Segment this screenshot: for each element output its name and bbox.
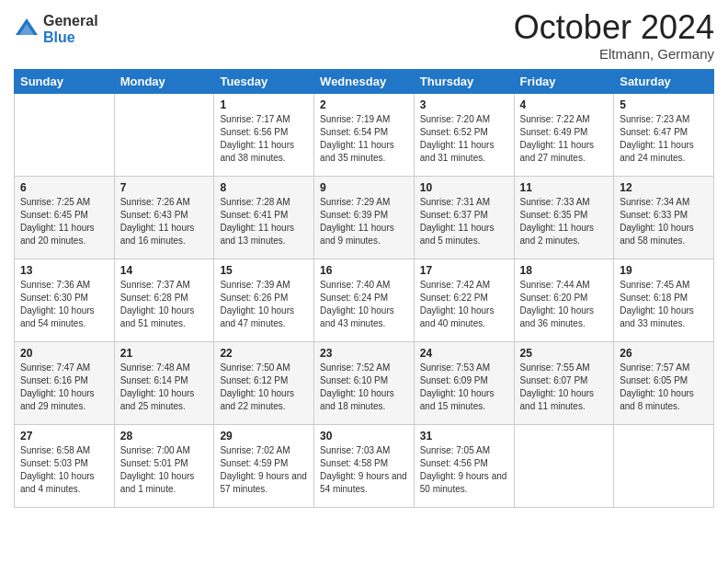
daylight-28: Daylight: 10 hours and 1 minute. — [120, 471, 195, 494]
day-number-28: 28 — [120, 430, 209, 442]
day-info-12: Sunrise: 7:34 AMSunset: 6:33 PMDaylight:… — [620, 196, 708, 247]
sunrise-16: Sunrise: 7:40 AM — [320, 280, 390, 290]
cell-1-2 — [114, 93, 214, 176]
sunset-26: Sunset: 6:05 PM — [620, 375, 688, 385]
day-info-23: Sunrise: 7:52 AMSunset: 6:10 PMDaylight:… — [320, 362, 408, 413]
day-info-18: Sunrise: 7:44 AMSunset: 6:20 PMDaylight:… — [520, 279, 609, 330]
cell-2-2: 7Sunrise: 7:26 AMSunset: 6:43 PMDaylight… — [114, 176, 214, 259]
day-number-19: 19 — [620, 264, 708, 277]
daylight-5: Daylight: 11 hours and 24 minutes. — [620, 140, 694, 163]
day-number-21: 21 — [120, 347, 209, 360]
day-number-7: 7 — [120, 181, 209, 194]
sunset-24: Sunset: 6:09 PM — [420, 375, 488, 385]
day-number-1: 1 — [220, 98, 308, 111]
day-number-27: 27 — [20, 430, 108, 442]
day-info-2: Sunrise: 7:19 AMSunset: 6:54 PMDaylight:… — [320, 113, 408, 165]
month-title: October 2024 — [514, 9, 714, 46]
day-number-3: 3 — [420, 98, 508, 111]
sunrise-7: Sunrise: 7:26 AM — [120, 197, 190, 207]
daylight-17: Daylight: 10 hours and 40 minutes. — [420, 305, 495, 328]
daylight-29: Daylight: 9 hours and 57 minutes. — [220, 471, 307, 494]
sunset-2: Sunset: 6:54 PM — [320, 127, 388, 137]
sunrise-30: Sunrise: 7:03 AM — [320, 445, 390, 455]
daylight-13: Daylight: 10 hours and 54 minutes. — [20, 305, 95, 328]
day-number-14: 14 — [120, 264, 209, 277]
daylight-21: Daylight: 10 hours and 25 minutes. — [120, 388, 195, 411]
day-info-15: Sunrise: 7:39 AMSunset: 6:26 PMDaylight:… — [220, 279, 308, 330]
week-row-2: 6Sunrise: 7:25 AMSunset: 6:45 PMDaylight… — [15, 176, 714, 259]
day-info-19: Sunrise: 7:45 AMSunset: 6:18 PMDaylight:… — [620, 279, 708, 330]
sunrise-26: Sunrise: 7:57 AM — [620, 362, 689, 373]
week-row-3: 13Sunrise: 7:36 AMSunset: 6:30 PMDayligh… — [15, 259, 714, 341]
cell-4-3: 22Sunrise: 7:50 AMSunset: 6:12 PMDayligh… — [214, 341, 314, 424]
day-info-26: Sunrise: 7:57 AMSunset: 6:05 PMDaylight:… — [620, 362, 708, 413]
day-number-22: 22 — [220, 347, 308, 360]
daylight-11: Daylight: 11 hours and 2 minutes. — [520, 223, 595, 246]
sunset-17: Sunset: 6:22 PM — [420, 293, 488, 303]
cell-2-3: 8Sunrise: 7:28 AMSunset: 6:41 PMDaylight… — [214, 176, 314, 259]
day-info-22: Sunrise: 7:50 AMSunset: 6:12 PMDaylight:… — [220, 362, 308, 413]
sunrise-14: Sunrise: 7:37 AM — [120, 280, 190, 290]
sunrise-8: Sunrise: 7:28 AM — [220, 197, 290, 207]
daylight-19: Daylight: 10 hours and 33 minutes. — [620, 305, 694, 328]
cell-2-6: 11Sunrise: 7:33 AMSunset: 6:35 PMDayligh… — [514, 176, 614, 259]
daylight-2: Daylight: 11 hours and 35 minutes. — [320, 140, 394, 163]
cell-4-6: 25Sunrise: 7:55 AMSunset: 6:07 PMDayligh… — [514, 341, 614, 424]
sunrise-3: Sunrise: 7:20 AM — [420, 114, 490, 124]
sunset-12: Sunset: 6:33 PM — [620, 210, 688, 220]
page: General Blue October 2024 Eltmann, Germa… — [0, 0, 728, 563]
daylight-3: Daylight: 11 hours and 31 minutes. — [420, 140, 495, 163]
sunset-22: Sunset: 6:12 PM — [220, 375, 288, 385]
day-number-25: 25 — [520, 347, 609, 360]
daylight-7: Daylight: 11 hours and 16 minutes. — [120, 223, 195, 246]
sunset-20: Sunset: 6:16 PM — [20, 375, 88, 385]
cell-1-1 — [15, 93, 115, 176]
logo: General Blue — [14, 13, 98, 45]
day-info-16: Sunrise: 7:40 AMSunset: 6:24 PMDaylight:… — [320, 279, 408, 330]
sunset-16: Sunset: 6:24 PM — [320, 293, 388, 303]
cell-1-7: 5Sunrise: 7:23 AMSunset: 6:47 PMDaylight… — [614, 93, 714, 176]
day-number-4: 4 — [520, 98, 609, 111]
sunset-5: Sunset: 6:47 PM — [620, 127, 688, 137]
sunrise-11: Sunrise: 7:33 AM — [520, 197, 590, 207]
daylight-26: Daylight: 10 hours and 8 minutes. — [620, 388, 694, 411]
cell-3-1: 13Sunrise: 7:36 AMSunset: 6:30 PMDayligh… — [15, 259, 115, 341]
sunrise-22: Sunrise: 7:50 AM — [220, 362, 290, 373]
day-number-30: 30 — [320, 430, 408, 442]
day-number-2: 2 — [320, 98, 408, 111]
cell-3-4: 16Sunrise: 7:40 AMSunset: 6:24 PMDayligh… — [314, 259, 415, 341]
day-info-20: Sunrise: 7:47 AMSunset: 6:16 PMDaylight:… — [20, 362, 108, 413]
cell-5-6 — [514, 424, 614, 507]
day-number-18: 18 — [520, 264, 609, 277]
day-info-11: Sunrise: 7:33 AMSunset: 6:35 PMDaylight:… — [520, 196, 609, 247]
col-monday: Monday — [114, 69, 214, 93]
daylight-16: Daylight: 10 hours and 43 minutes. — [320, 305, 394, 328]
day-number-15: 15 — [220, 264, 308, 277]
sunset-14: Sunset: 6:28 PM — [120, 293, 188, 303]
sunrise-9: Sunrise: 7:29 AM — [320, 197, 390, 207]
sunrise-27: Sunrise: 6:58 AM — [20, 445, 90, 455]
sunset-1: Sunset: 6:56 PM — [220, 127, 288, 137]
daylight-31: Daylight: 9 hours and 50 minutes. — [420, 471, 507, 494]
sunset-25: Sunset: 6:07 PM — [520, 375, 588, 385]
cell-2-4: 9Sunrise: 7:29 AMSunset: 6:39 PMDaylight… — [314, 176, 415, 259]
sunrise-17: Sunrise: 7:42 AM — [420, 280, 490, 290]
daylight-6: Daylight: 11 hours and 20 minutes. — [20, 223, 95, 246]
sunset-6: Sunset: 6:45 PM — [20, 210, 88, 220]
cell-4-1: 20Sunrise: 7:47 AMSunset: 6:16 PMDayligh… — [15, 341, 115, 424]
col-friday: Friday — [514, 69, 614, 93]
cell-5-5: 31Sunrise: 7:05 AMSunset: 4:56 PMDayligh… — [414, 424, 514, 507]
sunrise-18: Sunrise: 7:44 AM — [520, 280, 590, 290]
daylight-14: Daylight: 10 hours and 51 minutes. — [120, 305, 195, 328]
cell-3-6: 18Sunrise: 7:44 AMSunset: 6:20 PMDayligh… — [514, 259, 614, 341]
sunrise-29: Sunrise: 7:02 AM — [220, 445, 290, 455]
cell-3-5: 17Sunrise: 7:42 AMSunset: 6:22 PMDayligh… — [414, 259, 514, 341]
day-number-13: 13 — [20, 264, 108, 277]
cell-3-2: 14Sunrise: 7:37 AMSunset: 6:28 PMDayligh… — [114, 259, 214, 341]
sunset-15: Sunset: 6:26 PM — [220, 293, 288, 303]
cell-5-7 — [614, 424, 714, 507]
day-info-14: Sunrise: 7:37 AMSunset: 6:28 PMDaylight:… — [120, 279, 209, 330]
sunset-7: Sunset: 6:43 PM — [120, 210, 188, 220]
sunset-9: Sunset: 6:39 PM — [320, 210, 388, 220]
day-number-29: 29 — [220, 430, 308, 442]
